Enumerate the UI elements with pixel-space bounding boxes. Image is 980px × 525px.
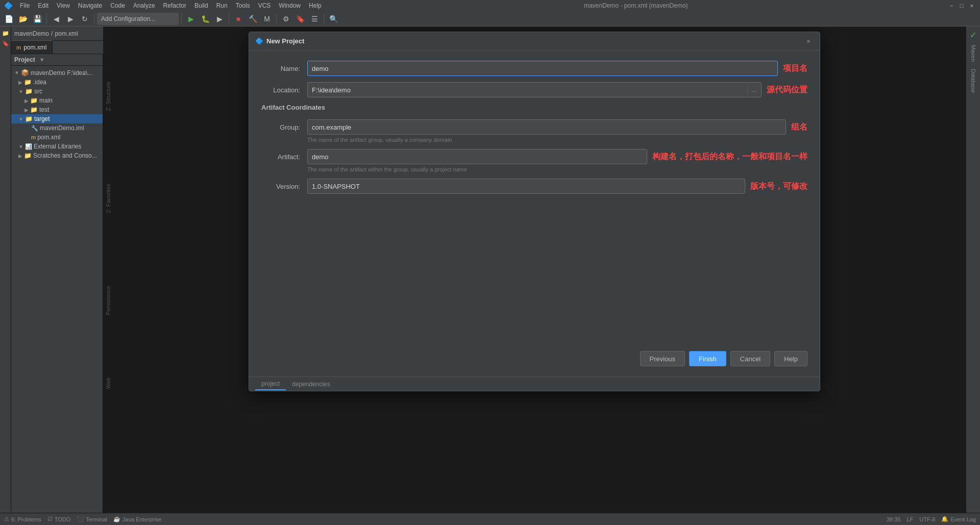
- menu-vcs[interactable]: VCS: [255, 1, 274, 10]
- editor-tab-pom-xml[interactable]: m pom.xml: [11, 40, 53, 54]
- search-button[interactable]: 🔍: [327, 13, 340, 25]
- menu-edit[interactable]: Edit: [35, 1, 52, 10]
- separator-2: [94, 14, 94, 24]
- database-panel-tab[interactable]: Database: [968, 66, 978, 96]
- tree-label-idea: .idea: [33, 79, 46, 86]
- breadcrumb-project[interactable]: mavenDemo: [14, 30, 49, 37]
- tree-item-test[interactable]: ▶ 📁 test: [11, 105, 103, 114]
- forward-button[interactable]: ▶: [64, 13, 77, 25]
- menu-view[interactable]: View: [54, 1, 73, 10]
- position-item[interactable]: 38:35: [887, 516, 901, 522]
- name-input[interactable]: [307, 61, 778, 76]
- tree-item-target[interactable]: ▼ 📁 target: [11, 114, 103, 123]
- terminal-item[interactable]: ⬛ Terminal: [77, 516, 107, 522]
- collapse-test-icon: ▶: [24, 107, 29, 113]
- tree-item-main[interactable]: ▶ 📁 main: [11, 96, 103, 105]
- back-button[interactable]: ◀: [50, 13, 63, 25]
- version-input-wrap: [307, 179, 745, 194]
- build-button[interactable]: 🔨: [246, 13, 259, 25]
- window-close-button[interactable]: ×: [968, 2, 976, 10]
- dialog-spacer: [249, 210, 820, 343]
- dialog-title: 🔷 New Project: [255, 37, 304, 45]
- previous-button[interactable]: Previous: [640, 351, 685, 366]
- menu-window[interactable]: Window: [276, 1, 304, 10]
- name-label: Name:: [261, 65, 307, 72]
- library-icon: 📊: [25, 143, 32, 150]
- maximize-button[interactable]: □: [958, 2, 966, 10]
- separator-3: [181, 14, 182, 24]
- main-area: 📁 🔖 mavenDemo / pom.xml m pom.xml Projec…: [0, 27, 980, 513]
- settings-button[interactable]: ⚙: [279, 13, 292, 25]
- bookmark-tool-button[interactable]: 🔖: [1, 39, 10, 48]
- tree-item-root[interactable]: ▼ 📦 mavenDemo F:\idea\...: [11, 68, 103, 78]
- root-icon: 📦: [21, 69, 29, 77]
- open-button[interactable]: 📂: [16, 13, 30, 25]
- dialog-close-button[interactable]: ×: [803, 36, 814, 46]
- menu-analyze[interactable]: Analyze: [130, 1, 158, 10]
- save-button[interactable]: 💾: [31, 13, 44, 25]
- cancel-button[interactable]: Cancel: [730, 351, 770, 366]
- right-checkmark-button[interactable]: ✓: [967, 29, 979, 41]
- menu-file[interactable]: File: [17, 1, 33, 10]
- run-coverage-button[interactable]: ▶: [213, 13, 226, 25]
- tree-label-target: target: [34, 115, 50, 122]
- tab-project[interactable]: project: [255, 378, 286, 390]
- menu-tools[interactable]: Tools: [233, 1, 253, 10]
- debug-button[interactable]: 🐛: [199, 13, 212, 25]
- folder-icon: 📁: [24, 79, 32, 86]
- run-config-dropdown[interactable]: Add Configuration...: [97, 13, 179, 25]
- encoding-label: UTF-8: [919, 516, 935, 522]
- maven-button[interactable]: M: [260, 13, 274, 25]
- stop-button[interactable]: ■: [232, 13, 245, 25]
- sidebar-title: Project: [14, 56, 35, 63]
- menu-build[interactable]: Build: [191, 1, 211, 10]
- todo-item[interactable]: ☑ TODO: [47, 516, 71, 522]
- refresh-button[interactable]: ↻: [78, 13, 91, 25]
- todo-icon: ☑: [47, 516, 53, 522]
- statusbar-right: 38:35 LF UTF-8 🔔 Event Log: [887, 516, 976, 522]
- tab-dependencies[interactable]: dependencies: [286, 379, 336, 390]
- tree-item-libraries[interactable]: ▼ 📊 External Libraries: [11, 142, 103, 151]
- todo-label: TODO: [55, 516, 71, 522]
- run-button[interactable]: ▶: [184, 13, 198, 25]
- maven-panel-tab[interactable]: Maven: [968, 42, 978, 65]
- tree-item-pom[interactable]: m pom.xml: [11, 133, 103, 142]
- breadcrumb-file[interactable]: pom.xml: [55, 30, 78, 37]
- location-input[interactable]: [307, 82, 762, 97]
- tree-item-scratches[interactable]: ▶ 📁 Scratches and Conso...: [11, 151, 103, 160]
- project-tool-button[interactable]: 📁: [1, 29, 10, 38]
- location-browse-button[interactable]: ...: [747, 83, 761, 96]
- pom-icon: m: [31, 134, 36, 140]
- dialog-overlay: 🔷 New Project × Name: 项目名: [103, 27, 966, 513]
- finish-button[interactable]: Finish: [689, 351, 726, 366]
- menu-code[interactable]: Code: [107, 1, 128, 10]
- version-input[interactable]: [307, 179, 745, 194]
- titlebar-left: 🔷 File Edit View Navigate Code Analyze R…: [4, 1, 325, 10]
- tree-label-pom: pom.xml: [37, 134, 60, 141]
- location-row: Location: ... 源代码位置: [261, 82, 807, 97]
- menu-refactor[interactable]: Refactor: [160, 1, 189, 10]
- test-folder-icon: 📁: [30, 106, 38, 113]
- group-input[interactable]: [307, 119, 786, 135]
- minimize-button[interactable]: −: [947, 2, 955, 10]
- content-area: 🔷 New Project × Name: 项目名: [103, 27, 966, 513]
- tree-item-idea[interactable]: ▶ 📁 .idea: [11, 78, 103, 87]
- encoding-item[interactable]: UTF-8: [919, 516, 935, 522]
- task-button[interactable]: ☰: [308, 13, 321, 25]
- tree-item-iml[interactable]: 🔧 mavenDemo.iml: [11, 123, 103, 133]
- window-title: mavenDemo - pom.xml (mavenDemo): [584, 2, 688, 9]
- problems-item[interactable]: ⚠ 6: Problems: [4, 516, 41, 522]
- expand-lib-icon: ▼: [18, 144, 23, 149]
- menu-navigate[interactable]: Navigate: [75, 1, 105, 10]
- event-log-item[interactable]: 🔔 Event Log: [941, 516, 976, 522]
- help-button[interactable]: Help: [774, 351, 807, 366]
- sidebar-header: Project ▼: [11, 54, 103, 66]
- new-file-button[interactable]: 📄: [2, 13, 15, 25]
- line-ending-item[interactable]: LF: [906, 516, 913, 522]
- menu-help[interactable]: Help: [306, 1, 325, 10]
- menu-run[interactable]: Run: [213, 1, 231, 10]
- artifact-input[interactable]: [307, 149, 647, 164]
- bookmark-button[interactable]: 🔖: [293, 13, 307, 25]
- java-enterprise-item[interactable]: ☕ Java Enterprise: [113, 516, 161, 522]
- tree-item-src[interactable]: ▼ 📁 src: [11, 87, 103, 96]
